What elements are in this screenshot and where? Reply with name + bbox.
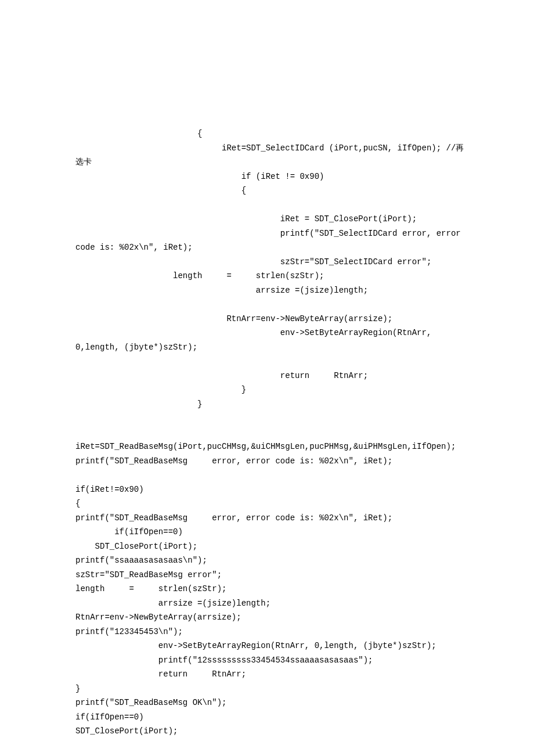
code-line: szStr="SDT_ReadBaseMsg error";	[75, 568, 459, 582]
code-line: SDT_ClosePort(iPort);	[75, 539, 459, 554]
code-line: }	[75, 682, 459, 696]
code-line: if (iRet != 0x90)	[75, 170, 459, 184]
code-line: printf("ssaaaasasasaas\n");	[75, 553, 459, 568]
code-line: iRet=SDT_ReadBaseMsg(iPort,pucCHMsg,&uiC…	[75, 440, 459, 454]
code-line: length = strlen(szStr);	[75, 582, 459, 596]
code-line: 选卡	[75, 155, 459, 170]
code-line: RtnArr=env->NewByteArray(arrsize);	[75, 610, 459, 625]
code-line: printf("SDT_ReadBaseMsg error, error cod…	[75, 511, 459, 525]
code-line: env->SetByteArrayRegion(RtnArr, 0,length…	[75, 639, 459, 653]
code-line	[75, 468, 459, 483]
code-line: return RtnArr;	[75, 369, 459, 383]
code-line: {	[75, 496, 459, 511]
code-line: iRet = SDT_ClosePort(iPort);	[75, 212, 459, 226]
code-line: printf("12sssssssss33454534ssaaaasasasaa…	[75, 653, 459, 668]
code-line: arrsize =(jsize)length;	[75, 596, 459, 611]
code-line: env->SetByteArrayRegion(RtnArr,	[75, 326, 459, 340]
code-line: RtnArr=env->NewByteArray(arrsize);	[75, 312, 459, 326]
code-line	[75, 354, 459, 369]
code-line: {	[75, 183, 459, 198]
code-line: printf("SDT_ReadBaseMsg OK\n");	[75, 696, 459, 710]
code-line	[75, 426, 459, 440]
code-line: iRet=SDT_SelectIDCard (iPort,pucSN, iIfO…	[75, 141, 459, 156]
code-line: 0,length, (jbyte*)szStr);	[75, 340, 459, 355]
code-line: arrsize =(jsize)length;	[75, 283, 459, 298]
code-document: { iRet=SDT_SelectIDCard (iPort,pucSN, iI…	[75, 127, 459, 739]
code-line: SDT_ClosePort(iPort);	[75, 724, 459, 739]
code-line: printf("SDT_ReadBaseMsg error, error cod…	[75, 454, 459, 469]
code-line: if(iIfOpen==0)	[75, 710, 459, 725]
code-line: {	[75, 127, 459, 141]
code-line: code is: %02x\n", iRet);	[75, 240, 459, 255]
code-line: printf("SDT_SelectIDCard error, error	[75, 226, 459, 241]
code-line: return RtnArr;	[75, 667, 459, 682]
code-line: }	[75, 383, 459, 397]
code-line: if(iRet!=0x90)	[75, 483, 459, 497]
code-line: if(iIfOpen==0)	[75, 525, 459, 539]
code-line: printf("123345453\n");	[75, 625, 459, 639]
code-line: szStr="SDT_SelectIDCard error";	[75, 255, 459, 269]
code-line	[75, 297, 459, 312]
code-line	[75, 411, 459, 426]
code-line: }	[75, 397, 459, 412]
code-line	[75, 198, 459, 213]
code-line: length = strlen(szStr);	[75, 269, 459, 283]
